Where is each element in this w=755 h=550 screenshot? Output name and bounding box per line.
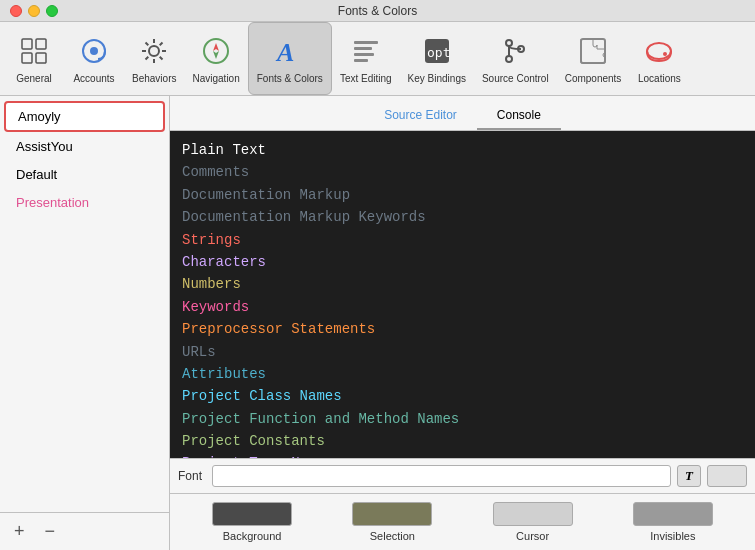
toolbar-label-text-editing: Text Editing [340, 73, 392, 85]
tabs: Source Editor Console [170, 96, 755, 131]
swatch-cursor[interactable]: Cursor [493, 502, 573, 542]
svg-point-18 [506, 56, 512, 62]
toolbar-label-fonts-colors: Fonts & Colors [257, 73, 323, 85]
tab-console[interactable]: Console [477, 104, 561, 130]
preview-line: Comments [182, 161, 743, 183]
font-size-input[interactable] [707, 465, 747, 487]
svg-text:A: A [275, 38, 294, 67]
svg-point-23 [663, 52, 667, 56]
close-button[interactable] [10, 5, 22, 17]
toolbar-item-navigation[interactable]: Navigation [184, 22, 247, 95]
font-field[interactable] [212, 465, 671, 487]
preview-line: Preprocessor Statements [182, 318, 743, 340]
svg-marker-9 [213, 51, 219, 59]
svg-point-22 [647, 43, 671, 59]
svg-rect-1 [36, 39, 46, 49]
font-style-button[interactable]: T [677, 465, 701, 487]
toolbar-item-components[interactable]: Components [557, 22, 630, 95]
swatch-color-selection [352, 502, 432, 526]
svg-rect-11 [354, 41, 378, 44]
toolbar-item-general[interactable]: General [4, 22, 64, 95]
svg-rect-2 [22, 53, 32, 63]
toolbar-item-accounts[interactable]: Accounts [64, 22, 124, 95]
preview-line: Strings [182, 229, 743, 251]
svg-rect-3 [36, 53, 46, 63]
toolbar-item-source-control[interactable]: Source Control [474, 22, 557, 95]
pencil-icon [348, 33, 384, 69]
option-icon: opt [419, 33, 455, 69]
maximize-button[interactable] [46, 5, 58, 17]
toolbar-label-navigation: Navigation [192, 73, 239, 85]
tab-source-editor[interactable]: Source Editor [364, 104, 477, 130]
toolbar-label-components: Components [565, 73, 622, 85]
gear-icon [136, 33, 172, 69]
sidebar-footer: + − [0, 512, 169, 550]
preview-area[interactable]: Plain TextCommentsDocumentation MarkupDo… [170, 131, 755, 458]
sidebar: Amoyly AssistYou Default Presentation + … [0, 96, 170, 550]
svg-point-17 [506, 40, 512, 46]
font-bar: Font T [170, 458, 755, 493]
swatch-background[interactable]: Background [212, 502, 292, 542]
sidebar-item-presentation[interactable]: Presentation [4, 189, 165, 216]
swatch-label-invisibles: Invisibles [650, 530, 695, 542]
preview-line: Project Constants [182, 430, 743, 452]
swatch-selection[interactable]: Selection [352, 502, 432, 542]
add-theme-button[interactable]: + [8, 519, 31, 544]
svg-rect-13 [354, 53, 374, 56]
toolbar-label-general: General [16, 73, 52, 85]
swatch-invisibles[interactable]: Invisibles [633, 502, 713, 542]
toolbar-label-accounts: Accounts [73, 73, 114, 85]
grid-icon [16, 33, 52, 69]
preview-line: Project Function and Method Names [182, 408, 743, 430]
sidebar-item-assistyou[interactable]: AssistYou [4, 133, 165, 160]
toolbar-item-fonts-colors[interactable]: A Fonts & Colors [248, 22, 332, 95]
toolbar-item-text-editing[interactable]: Text Editing [332, 22, 400, 95]
toolbar: General Accounts Behaviors [0, 22, 755, 96]
swatch-label-background: Background [223, 530, 282, 542]
branch-icon [497, 33, 533, 69]
remove-theme-button[interactable]: − [39, 519, 62, 544]
compass-icon [198, 33, 234, 69]
font-icon: A [272, 33, 308, 69]
swatch-color-cursor [493, 502, 573, 526]
swatch-label-selection: Selection [370, 530, 415, 542]
preview-line: Documentation Markup Keywords [182, 206, 743, 228]
toolbar-item-behaviors[interactable]: Behaviors [124, 22, 184, 95]
toolbar-item-locations[interactable]: Locations [629, 22, 689, 95]
minimize-button[interactable] [28, 5, 40, 17]
svg-point-6 [149, 46, 159, 56]
swatch-color-invisibles [633, 502, 713, 526]
window-controls [10, 5, 58, 17]
theme-list: Amoyly AssistYou Default Presentation [0, 96, 169, 512]
preview-line: Project Class Names [182, 385, 743, 407]
svg-text:opt: opt [427, 45, 450, 60]
preview-line: Documentation Markup [182, 184, 743, 206]
swatches: BackgroundSelectionCursorInvisibles [170, 493, 755, 550]
sidebar-item-amoyly[interactable]: Amoyly [4, 101, 165, 132]
font-label: Font [178, 469, 202, 483]
preview-line: Characters [182, 251, 743, 273]
preview-line: Plain Text [182, 139, 743, 161]
svg-point-7 [204, 39, 228, 63]
preview-line: Keywords [182, 296, 743, 318]
hdd-icon [641, 33, 677, 69]
window-title: Fonts & Colors [338, 4, 417, 18]
preview-line: Numbers [182, 273, 743, 295]
title-bar: Fonts & Colors [0, 0, 755, 22]
main-area: Amoyly AssistYou Default Presentation + … [0, 96, 755, 550]
puzzle-icon [575, 33, 611, 69]
toolbar-label-locations: Locations [638, 73, 681, 85]
swatch-color-background [212, 502, 292, 526]
svg-point-5 [90, 47, 98, 55]
svg-marker-8 [213, 43, 219, 51]
svg-rect-12 [354, 47, 372, 50]
sidebar-item-default[interactable]: Default [4, 161, 165, 188]
at-icon [76, 33, 112, 69]
toolbar-label-behaviors: Behaviors [132, 73, 176, 85]
svg-rect-14 [354, 59, 368, 62]
swatch-label-cursor: Cursor [516, 530, 549, 542]
toolbar-label-source-control: Source Control [482, 73, 549, 85]
toolbar-label-key-bindings: Key Bindings [408, 73, 466, 85]
svg-rect-0 [22, 39, 32, 49]
toolbar-item-key-bindings[interactable]: opt Key Bindings [400, 22, 474, 95]
